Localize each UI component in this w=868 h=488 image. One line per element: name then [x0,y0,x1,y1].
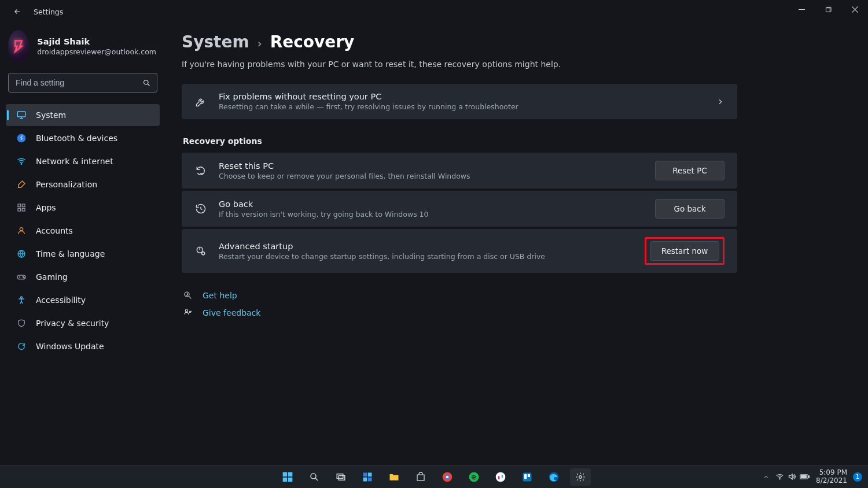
task-view-button[interactable] [330,468,351,486]
svg-point-1 [144,80,149,84]
svg-rect-41 [528,474,530,477]
recovery-section-title: Recovery options [183,136,845,146]
nav-label: Gaming [36,272,68,282]
svg-rect-31 [417,475,424,480]
trello-button[interactable] [517,468,538,486]
edge-button[interactable] [543,468,564,486]
wrench-icon [194,95,207,108]
search-box[interactable] [8,73,157,93]
sidebar-item-gaming[interactable]: Gaming [6,266,160,288]
svg-rect-40 [524,474,527,479]
fix-card-title: Fix problems without resetting your PC [219,92,705,101]
advanced-title: Advanced startup [219,242,633,251]
go-back-row: Go back If this version isn't working, t… [182,191,737,227]
sidebar-item-bluetooth[interactable]: Bluetooth & devices [6,127,160,149]
svg-point-16 [202,252,205,255]
svg-point-43 [579,475,582,478]
store-button[interactable] [410,468,431,486]
svg-point-19 [185,309,187,312]
svg-rect-2 [17,112,25,117]
restart-now-button[interactable]: Restart now [650,241,719,261]
profile[interactable]: Sajid Shaik droidappsreviewer@outlook.co… [6,27,160,73]
svg-point-13 [24,277,25,278]
minimize-button[interactable] [788,0,815,19]
settings-taskbar-button[interactable] [570,468,591,486]
nav-label: Accessibility [36,295,86,305]
nav-label: Apps [36,203,56,212]
taskbar-center [277,468,591,486]
svg-point-36 [496,472,506,482]
sidebar-item-network[interactable]: Network & internet [6,150,160,172]
window-controls [788,0,868,19]
chrome-button[interactable] [437,468,458,486]
sidebar-item-accessibility[interactable]: Accessibility [6,289,160,311]
sidebar-item-update[interactable]: Windows Update [6,335,160,357]
help-icon [183,290,193,301]
sidebar-item-personalization[interactable]: Personalization [6,173,160,195]
update-icon [16,341,27,352]
display-icon [16,110,27,120]
breadcrumb-parent[interactable]: System [182,32,249,51]
apps-icon [16,202,27,213]
goback-desc: If this version isn't working, try going… [219,210,643,219]
chevron-right-icon: › [258,36,262,50]
widgets-button[interactable] [357,468,378,486]
tray-overflow-button[interactable] [763,474,770,480]
get-help-link[interactable]: Get help [183,290,845,301]
close-button[interactable] [841,0,868,19]
fix-problems-card[interactable]: Fix problems without resetting your PC R… [182,84,737,119]
explorer-button[interactable] [384,468,404,486]
person-icon [16,225,27,236]
spotify-button[interactable] [464,468,484,486]
wifi-tray-icon[interactable] [775,472,784,481]
svg-point-44 [779,479,780,479]
svg-rect-30 [368,477,372,481]
search-button[interactable] [304,468,325,486]
sidebar: Sajid Shaik droidappsreviewer@outlook.co… [0,23,165,468]
svg-rect-6 [22,204,25,207]
svg-rect-21 [288,472,293,476]
svg-rect-8 [22,208,25,211]
svg-point-14 [21,297,23,298]
goback-title: Go back [219,199,643,209]
nav-label: Network & internet [36,157,113,166]
search-input[interactable] [14,77,142,88]
chevron-right-icon [716,98,724,106]
battery-tray-icon[interactable] [800,472,810,481]
svg-point-24 [311,474,316,479]
reset-pc-row: Reset this PC Choose to keep or remove y… [182,153,737,188]
history-icon [194,202,207,215]
svg-rect-38 [502,474,503,478]
sidebar-item-apps[interactable]: Apps [6,197,160,219]
svg-rect-27 [363,472,367,476]
volume-tray-icon[interactable] [788,472,796,481]
maximize-button[interactable] [815,0,841,19]
svg-rect-20 [283,472,288,476]
svg-point-18 [187,295,187,296]
sidebar-item-time[interactable]: Time & language [6,243,160,265]
svg-rect-37 [498,476,500,479]
reset-desc: Choose to keep or remove your personal f… [219,172,643,180]
slack-button[interactable] [490,468,511,486]
page-subtitle: If you're having problems with your PC o… [182,60,845,69]
reset-pc-button[interactable]: Reset PC [655,161,724,180]
tray-time: 5:09 PM [816,469,847,477]
nav-label: System [36,110,66,120]
main-content: System › Recovery If you're having probl… [165,23,868,468]
avatar [8,30,29,62]
clock[interactable]: 5:09 PM 8/2/2021 [816,469,847,485]
go-back-button[interactable]: Go back [655,199,724,219]
start-button[interactable] [277,468,298,486]
back-button[interactable] [9,3,25,20]
system-tray: 5:09 PM 8/2/2021 1 [763,469,868,485]
sidebar-item-privacy[interactable]: Privacy & security [6,312,160,334]
give-feedback-link[interactable]: Give feedback [183,308,845,318]
sidebar-item-accounts[interactable]: Accounts [6,220,160,242]
sidebar-item-system[interactable]: System [6,104,160,126]
nav: System Bluetooth & devices Network & int… [6,104,160,357]
svg-point-4 [21,164,22,165]
svg-point-34 [446,475,448,478]
nav-label: Privacy & security [36,319,109,328]
notification-badge[interactable]: 1 [853,472,862,482]
window-title: Settings [34,8,63,16]
